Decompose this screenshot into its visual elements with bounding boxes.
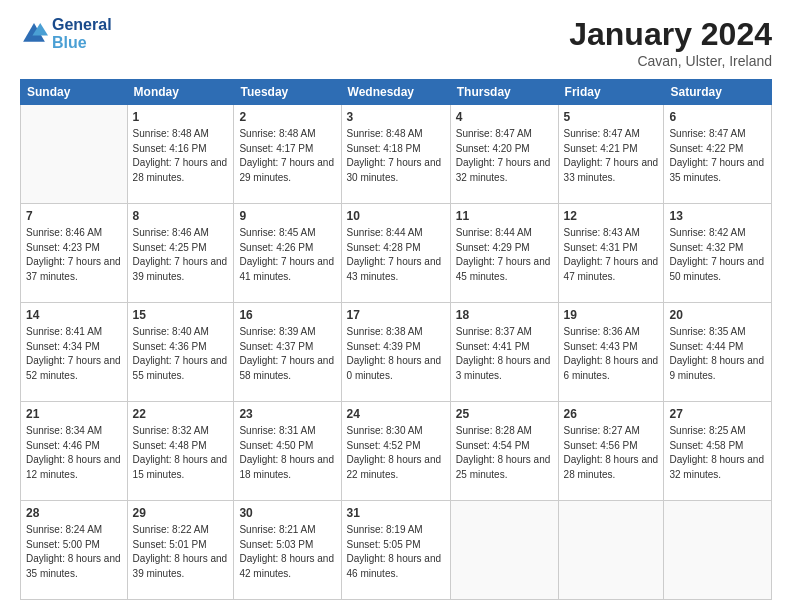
week-row-4: 21Sunrise: 8:34 AMSunset: 4:46 PMDayligh… [21, 402, 772, 501]
table-row: 18Sunrise: 8:37 AMSunset: 4:41 PMDayligh… [450, 303, 558, 402]
day-info: Sunrise: 8:47 AMSunset: 4:20 PMDaylight:… [456, 127, 553, 185]
table-row: 29Sunrise: 8:22 AMSunset: 5:01 PMDayligh… [127, 501, 234, 600]
table-row: 2Sunrise: 8:48 AMSunset: 4:17 PMDaylight… [234, 105, 341, 204]
day-number: 31 [347, 505, 445, 522]
week-row-2: 7Sunrise: 8:46 AMSunset: 4:23 PMDaylight… [21, 204, 772, 303]
day-number: 29 [133, 505, 229, 522]
day-info: Sunrise: 8:34 AMSunset: 4:46 PMDaylight:… [26, 424, 122, 482]
table-row: 22Sunrise: 8:32 AMSunset: 4:48 PMDayligh… [127, 402, 234, 501]
day-number: 27 [669, 406, 766, 423]
week-row-5: 28Sunrise: 8:24 AMSunset: 5:00 PMDayligh… [21, 501, 772, 600]
day-info: Sunrise: 8:47 AMSunset: 4:22 PMDaylight:… [669, 127, 766, 185]
table-row: 4Sunrise: 8:47 AMSunset: 4:20 PMDaylight… [450, 105, 558, 204]
logo-line2: Blue [52, 34, 112, 52]
table-row: 27Sunrise: 8:25 AMSunset: 4:58 PMDayligh… [664, 402, 772, 501]
day-info: Sunrise: 8:48 AMSunset: 4:17 PMDaylight:… [239, 127, 335, 185]
table-row: 3Sunrise: 8:48 AMSunset: 4:18 PMDaylight… [341, 105, 450, 204]
week-row-3: 14Sunrise: 8:41 AMSunset: 4:34 PMDayligh… [21, 303, 772, 402]
location-subtitle: Cavan, Ulster, Ireland [569, 53, 772, 69]
table-row: 26Sunrise: 8:27 AMSunset: 4:56 PMDayligh… [558, 402, 664, 501]
table-row: 21Sunrise: 8:34 AMSunset: 4:46 PMDayligh… [21, 402, 128, 501]
day-number: 4 [456, 109, 553, 126]
day-number: 5 [564, 109, 659, 126]
table-row [21, 105, 128, 204]
day-info: Sunrise: 8:45 AMSunset: 4:26 PMDaylight:… [239, 226, 335, 284]
table-row: 7Sunrise: 8:46 AMSunset: 4:23 PMDaylight… [21, 204, 128, 303]
table-row: 10Sunrise: 8:44 AMSunset: 4:28 PMDayligh… [341, 204, 450, 303]
day-number: 30 [239, 505, 335, 522]
day-number: 13 [669, 208, 766, 225]
day-number: 17 [347, 307, 445, 324]
day-number: 2 [239, 109, 335, 126]
col-header-sunday: Sunday [21, 80, 128, 105]
day-number: 25 [456, 406, 553, 423]
table-row: 11Sunrise: 8:44 AMSunset: 4:29 PMDayligh… [450, 204, 558, 303]
day-info: Sunrise: 8:35 AMSunset: 4:44 PMDaylight:… [669, 325, 766, 383]
day-info: Sunrise: 8:28 AMSunset: 4:54 PMDaylight:… [456, 424, 553, 482]
table-row: 31Sunrise: 8:19 AMSunset: 5:05 PMDayligh… [341, 501, 450, 600]
day-number: 12 [564, 208, 659, 225]
table-row: 5Sunrise: 8:47 AMSunset: 4:21 PMDaylight… [558, 105, 664, 204]
header: General Blue January 2024 Cavan, Ulster,… [20, 16, 772, 69]
day-number: 1 [133, 109, 229, 126]
day-info: Sunrise: 8:48 AMSunset: 4:16 PMDaylight:… [133, 127, 229, 185]
day-number: 9 [239, 208, 335, 225]
table-row: 19Sunrise: 8:36 AMSunset: 4:43 PMDayligh… [558, 303, 664, 402]
day-number: 7 [26, 208, 122, 225]
day-info: Sunrise: 8:47 AMSunset: 4:21 PMDaylight:… [564, 127, 659, 185]
day-info: Sunrise: 8:31 AMSunset: 4:50 PMDaylight:… [239, 424, 335, 482]
table-row: 24Sunrise: 8:30 AMSunset: 4:52 PMDayligh… [341, 402, 450, 501]
title-block: January 2024 Cavan, Ulster, Ireland [569, 16, 772, 69]
day-number: 23 [239, 406, 335, 423]
day-info: Sunrise: 8:30 AMSunset: 4:52 PMDaylight:… [347, 424, 445, 482]
table-row [450, 501, 558, 600]
day-number: 6 [669, 109, 766, 126]
table-row: 30Sunrise: 8:21 AMSunset: 5:03 PMDayligh… [234, 501, 341, 600]
table-row [558, 501, 664, 600]
col-header-saturday: Saturday [664, 80, 772, 105]
table-row: 14Sunrise: 8:41 AMSunset: 4:34 PMDayligh… [21, 303, 128, 402]
table-row: 25Sunrise: 8:28 AMSunset: 4:54 PMDayligh… [450, 402, 558, 501]
day-info: Sunrise: 8:22 AMSunset: 5:01 PMDaylight:… [133, 523, 229, 581]
day-info: Sunrise: 8:36 AMSunset: 4:43 PMDaylight:… [564, 325, 659, 383]
day-info: Sunrise: 8:43 AMSunset: 4:31 PMDaylight:… [564, 226, 659, 284]
day-info: Sunrise: 8:48 AMSunset: 4:18 PMDaylight:… [347, 127, 445, 185]
day-number: 19 [564, 307, 659, 324]
table-row: 28Sunrise: 8:24 AMSunset: 5:00 PMDayligh… [21, 501, 128, 600]
day-info: Sunrise: 8:21 AMSunset: 5:03 PMDaylight:… [239, 523, 335, 581]
col-header-thursday: Thursday [450, 80, 558, 105]
day-info: Sunrise: 8:40 AMSunset: 4:36 PMDaylight:… [133, 325, 229, 383]
day-info: Sunrise: 8:19 AMSunset: 5:05 PMDaylight:… [347, 523, 445, 581]
day-number: 16 [239, 307, 335, 324]
day-number: 11 [456, 208, 553, 225]
day-info: Sunrise: 8:44 AMSunset: 4:28 PMDaylight:… [347, 226, 445, 284]
day-info: Sunrise: 8:38 AMSunset: 4:39 PMDaylight:… [347, 325, 445, 383]
table-row: 23Sunrise: 8:31 AMSunset: 4:50 PMDayligh… [234, 402, 341, 501]
day-number: 15 [133, 307, 229, 324]
day-number: 3 [347, 109, 445, 126]
day-number: 28 [26, 505, 122, 522]
day-info: Sunrise: 8:44 AMSunset: 4:29 PMDaylight:… [456, 226, 553, 284]
day-number: 8 [133, 208, 229, 225]
month-title: January 2024 [569, 16, 772, 53]
calendar-table: SundayMondayTuesdayWednesdayThursdayFrid… [20, 79, 772, 600]
day-info: Sunrise: 8:25 AMSunset: 4:58 PMDaylight:… [669, 424, 766, 482]
day-info: Sunrise: 8:24 AMSunset: 5:00 PMDaylight:… [26, 523, 122, 581]
day-info: Sunrise: 8:41 AMSunset: 4:34 PMDaylight:… [26, 325, 122, 383]
table-row: 17Sunrise: 8:38 AMSunset: 4:39 PMDayligh… [341, 303, 450, 402]
col-header-friday: Friday [558, 80, 664, 105]
logo-line1: General [52, 16, 112, 34]
table-row [664, 501, 772, 600]
week-row-1: 1Sunrise: 8:48 AMSunset: 4:16 PMDaylight… [21, 105, 772, 204]
day-info: Sunrise: 8:37 AMSunset: 4:41 PMDaylight:… [456, 325, 553, 383]
table-row: 8Sunrise: 8:46 AMSunset: 4:25 PMDaylight… [127, 204, 234, 303]
day-number: 21 [26, 406, 122, 423]
day-info: Sunrise: 8:46 AMSunset: 4:23 PMDaylight:… [26, 226, 122, 284]
header-row: SundayMondayTuesdayWednesdayThursdayFrid… [21, 80, 772, 105]
day-number: 18 [456, 307, 553, 324]
day-number: 10 [347, 208, 445, 225]
logo-icon [20, 20, 48, 48]
table-row: 6Sunrise: 8:47 AMSunset: 4:22 PMDaylight… [664, 105, 772, 204]
day-info: Sunrise: 8:46 AMSunset: 4:25 PMDaylight:… [133, 226, 229, 284]
day-info: Sunrise: 8:27 AMSunset: 4:56 PMDaylight:… [564, 424, 659, 482]
